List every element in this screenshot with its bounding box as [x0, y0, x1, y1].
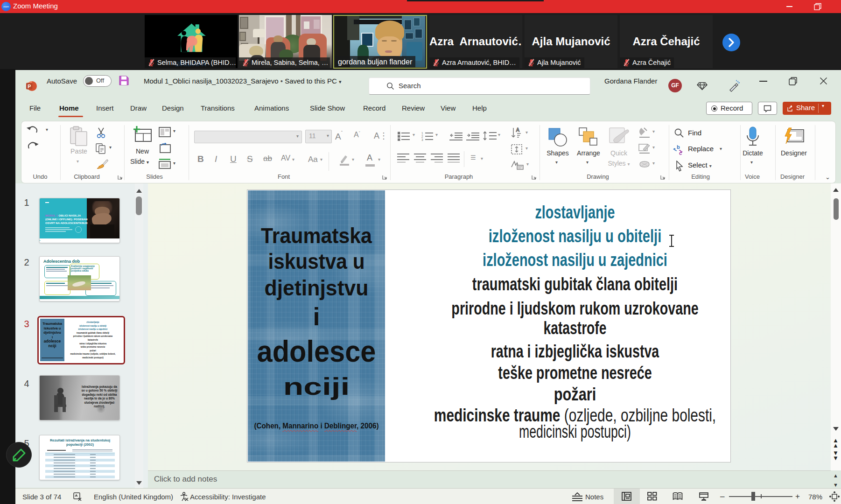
svg-text:A: A — [516, 127, 519, 133]
svg-text:P: P — [28, 84, 31, 89]
svg-text:2: 2 — [421, 135, 423, 138]
svg-text:1: 1 — [421, 132, 423, 135]
svg-text:3: 3 — [421, 138, 423, 141]
svg-text:b: b — [677, 144, 680, 150]
svg-text:c: c — [679, 150, 682, 156]
